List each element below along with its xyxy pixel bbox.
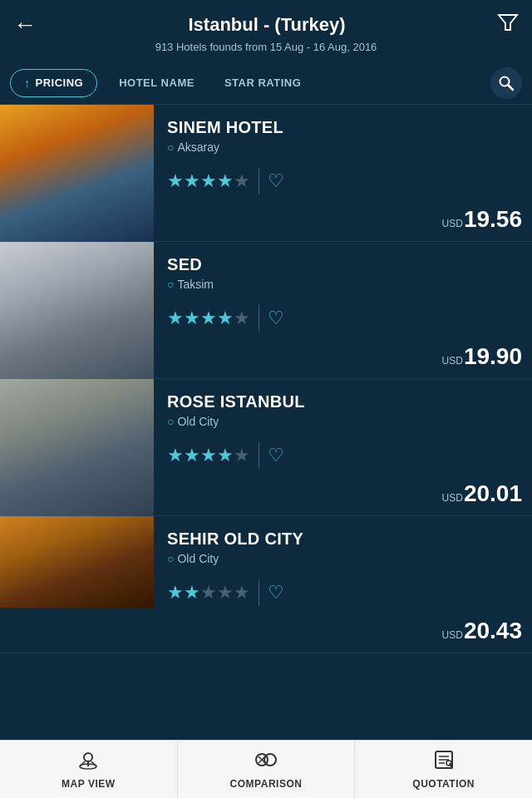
hotel-location: ○ Aksaray bbox=[167, 140, 522, 154]
svg-point-4 bbox=[84, 753, 92, 761]
divider bbox=[259, 168, 259, 195]
hotel-name: ROSE ISTANBUL bbox=[167, 392, 522, 411]
hotel-image bbox=[0, 105, 154, 242]
hotel-image bbox=[0, 242, 154, 379]
quotation-icon bbox=[433, 750, 455, 775]
star-empty: ★ bbox=[234, 170, 250, 192]
nav-map-view[interactable]: MAP VIEW bbox=[0, 741, 178, 798]
nav-map-view-label: MAP VIEW bbox=[62, 778, 115, 790]
hotel-location: ○ Old City bbox=[167, 552, 522, 565]
star-filled: ★ bbox=[167, 170, 184, 192]
hotel-image bbox=[0, 379, 154, 516]
price-row: USD 19.56 bbox=[167, 206, 522, 233]
header: ← Istanbul - (Turkey) 913 Hotels founds … bbox=[0, 0, 532, 62]
location-pin-icon: ○ bbox=[167, 140, 174, 154]
nav-quotation-label: QUOTATION bbox=[412, 778, 475, 790]
nav-quotation[interactable]: QUOTATION bbox=[355, 741, 532, 798]
stars-row: ★★★★★ ♡ bbox=[167, 579, 522, 606]
bottom-nav: MAP VIEW COMPARISON QUOTATION bbox=[0, 740, 532, 798]
stars-row: ★★★★★ ♡ bbox=[167, 168, 522, 195]
map-view-icon bbox=[76, 750, 100, 775]
star-empty: ★ bbox=[217, 582, 234, 603]
divider bbox=[259, 442, 259, 469]
star-filled: ★ bbox=[200, 445, 217, 466]
stars-row: ★★★★★ ♡ bbox=[167, 442, 522, 469]
star-filled: ★ bbox=[167, 582, 184, 603]
nav-comparison-label: COMPARISON bbox=[230, 778, 303, 790]
star-empty: ★ bbox=[200, 582, 217, 603]
hotel-list: SINEM HOTEL ○ Aksaray ★★★★★ ♡ USD 19.56 bbox=[0, 105, 532, 653]
favorite-button[interactable]: ♡ bbox=[268, 445, 284, 466]
comparison-icon bbox=[254, 750, 278, 775]
back-button[interactable]: ← bbox=[13, 12, 37, 38]
star-filled: ★ bbox=[184, 170, 200, 192]
price-row: USD 20.43 bbox=[167, 618, 522, 644]
hotel-info: ROSE ISTANBUL ○ Old City ★★★★★ ♡ USD 20.… bbox=[154, 379, 532, 515]
hotel-card[interactable]: ROSE ISTANBUL ○ Old City ★★★★★ ♡ USD 20.… bbox=[0, 379, 532, 516]
star-empty: ★ bbox=[234, 308, 250, 329]
hotel-location: ○ Old City bbox=[167, 415, 522, 428]
sort-hotel-name-button[interactable]: HOTEL NAME bbox=[104, 70, 209, 96]
price-value: 20.43 bbox=[464, 618, 522, 644]
stars-row: ★★★★★ ♡ bbox=[167, 305, 522, 332]
svg-marker-0 bbox=[499, 15, 517, 30]
divider bbox=[259, 579, 259, 606]
price-currency: USD bbox=[442, 492, 463, 504]
nav-comparison[interactable]: COMPARISON bbox=[178, 741, 356, 798]
favorite-button[interactable]: ♡ bbox=[268, 170, 284, 192]
hotel-location: ○ Taksim bbox=[167, 278, 522, 291]
divider bbox=[259, 305, 259, 332]
star-filled: ★ bbox=[200, 170, 217, 192]
location-pin-icon: ○ bbox=[167, 278, 174, 291]
star-filled: ★ bbox=[184, 445, 200, 466]
svg-point-9 bbox=[264, 754, 276, 766]
sort-pricing-button[interactable]: ↑ PRICING bbox=[10, 69, 97, 97]
favorite-button[interactable]: ♡ bbox=[268, 582, 284, 603]
star-filled: ★ bbox=[184, 582, 200, 603]
hotel-card[interactable]: SED ○ Taksim ★★★★★ ♡ USD 19.90 bbox=[0, 242, 532, 379]
price-value: 19.90 bbox=[464, 343, 522, 370]
star-filled: ★ bbox=[184, 308, 200, 329]
svg-point-17 bbox=[446, 761, 451, 766]
sort-bar: ↑ PRICING HOTEL NAME STAR RATING bbox=[0, 62, 532, 105]
star-filled: ★ bbox=[167, 445, 184, 466]
price-row: USD 19.90 bbox=[167, 343, 522, 370]
hotel-name: SINEM HOTEL bbox=[167, 118, 522, 137]
hotel-card[interactable]: SEHIR OLD CITY ○ Old City ★★★★★ ♡ USD 20… bbox=[0, 516, 532, 653]
price-currency: USD bbox=[442, 218, 463, 229]
page-title: Istanbul - (Turkey) bbox=[188, 14, 345, 36]
location-pin-icon: ○ bbox=[167, 552, 174, 565]
location-pin-icon: ○ bbox=[167, 415, 174, 428]
svg-line-2 bbox=[508, 85, 513, 90]
up-arrow-icon: ↑ bbox=[24, 76, 31, 90]
price-row: USD 20.01 bbox=[167, 480, 522, 507]
hotel-image bbox=[0, 516, 154, 608]
header-subtitle: 913 Hotels founds from 15 Aug - 16 Aug, … bbox=[155, 41, 377, 53]
hotel-info: SINEM HOTEL ○ Aksaray ★★★★★ ♡ USD 19.56 bbox=[154, 105, 532, 241]
price-value: 19.56 bbox=[464, 206, 522, 233]
star-empty: ★ bbox=[234, 582, 250, 603]
hotel-info: SEHIR OLD CITY ○ Old City ★★★★★ ♡ USD 20… bbox=[154, 516, 532, 653]
hotel-card[interactable]: SINEM HOTEL ○ Aksaray ★★★★★ ♡ USD 19.56 bbox=[0, 105, 532, 242]
sort-star-rating-button[interactable]: STAR RATING bbox=[209, 70, 316, 96]
price-currency: USD bbox=[442, 355, 463, 367]
hotel-name: SEHIR OLD CITY bbox=[167, 530, 522, 549]
price-value: 20.01 bbox=[464, 480, 522, 507]
star-filled: ★ bbox=[200, 308, 217, 329]
search-button[interactable] bbox=[490, 67, 522, 99]
star-filled: ★ bbox=[217, 170, 234, 192]
star-filled: ★ bbox=[217, 445, 234, 466]
star-empty: ★ bbox=[234, 445, 250, 466]
favorite-button[interactable]: ♡ bbox=[268, 308, 284, 329]
star-filled: ★ bbox=[167, 308, 184, 329]
hotel-name: SED bbox=[167, 255, 522, 274]
hotel-info: SED ○ Taksim ★★★★★ ♡ USD 19.90 bbox=[154, 242, 532, 378]
filter-icon[interactable] bbox=[497, 12, 519, 38]
star-filled: ★ bbox=[217, 308, 234, 329]
price-currency: USD bbox=[442, 629, 463, 641]
